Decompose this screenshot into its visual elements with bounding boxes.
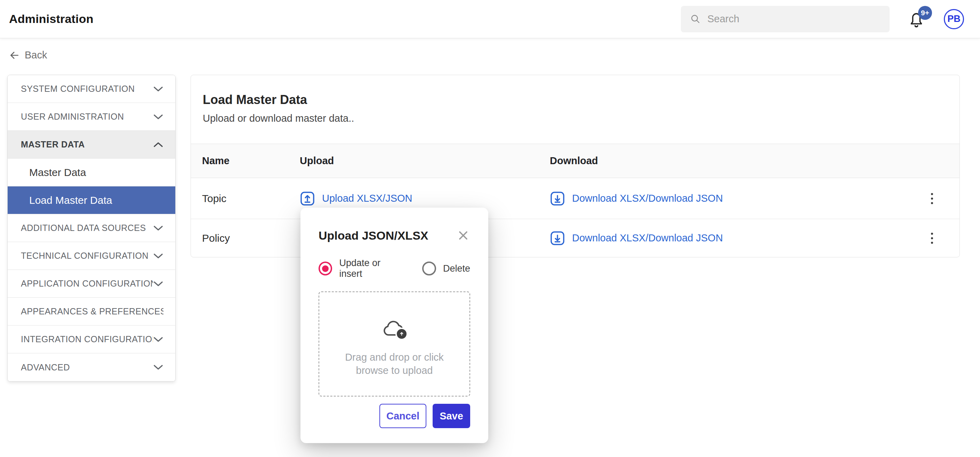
notifications-button[interactable]: 9+	[908, 10, 926, 29]
close-icon	[458, 230, 469, 241]
upload-modal: Upload JSON/XLSX Update or insert Delete	[301, 208, 488, 443]
row-menu-button[interactable]	[928, 229, 937, 247]
row-name: Topic	[202, 193, 300, 204]
download-link[interactable]: Download XLSX/Download JSON	[550, 191, 913, 206]
sidebar-item-additional-data-sources[interactable]: ADDITIONAL DATA SOURCES	[8, 214, 175, 242]
row-menu-button[interactable]	[928, 189, 937, 208]
search-input[interactable]	[707, 13, 881, 25]
administration-page: Administration 9+ PB	[0, 0, 980, 457]
column-header-name: Name	[202, 155, 300, 167]
chevron-down-icon	[153, 225, 164, 231]
chevron-down-icon	[153, 86, 164, 92]
settings-sidebar: SYSTEM CONFIGURATION USER ADMINISTRATION…	[7, 75, 176, 382]
search-icon	[690, 14, 701, 25]
app-title: Administration	[9, 12, 94, 26]
upload-link[interactable]: Upload XLSX/JSON	[300, 191, 550, 206]
sidebar-item-master-data-section[interactable]: MASTER DATA	[8, 131, 175, 159]
sidebar-item-system-configuration[interactable]: SYSTEM CONFIGURATION	[8, 75, 175, 103]
top-bar: Administration 9+ PB	[0, 0, 980, 38]
upload-mode-radio-group: Update or insert Delete	[318, 258, 470, 279]
file-dropzone[interactable]: Drag and drop or click browse to upload	[318, 291, 470, 396]
table-header: Name Upload Download	[191, 143, 959, 178]
close-button[interactable]	[456, 228, 470, 242]
card-header: Load Master Data Upload or download mast…	[191, 75, 959, 143]
page-subtitle: Upload or download master data..	[203, 113, 948, 124]
sidebar-item-technical-configuration[interactable]: TECHNICAL CONFIGURATION	[8, 242, 175, 270]
chevron-up-icon	[153, 142, 164, 148]
top-bar-actions: 9+ PB	[681, 6, 964, 32]
search-box[interactable]	[681, 6, 889, 32]
modal-header: Upload JSON/XLSX	[318, 208, 470, 242]
radio-delete[interactable]: Delete	[422, 261, 470, 275]
back-label: Back	[25, 49, 47, 61]
chevron-down-icon	[153, 336, 164, 342]
modal-title: Upload JSON/XLSX	[318, 229, 428, 242]
cloud-upload-icon	[382, 320, 407, 339]
column-header-download: Download	[550, 155, 913, 167]
chevron-down-icon	[153, 114, 164, 120]
notification-badge: 9+	[918, 6, 932, 20]
dropzone-hint: Drag and drop or click browse to upload	[328, 350, 460, 377]
sidebar-item-appearances-preferences[interactable]: APPEARANCES & PREFERENCES	[8, 298, 175, 326]
radio-update-or-insert[interactable]: Update or insert	[318, 258, 405, 279]
save-button[interactable]: Save	[433, 404, 470, 428]
modal-actions: Cancel Save	[318, 404, 470, 428]
back-link[interactable]: Back	[9, 49, 47, 61]
upload-icon	[300, 191, 315, 206]
radio-unselected-icon	[422, 261, 436, 275]
download-icon	[550, 231, 565, 246]
radio-selected-icon	[318, 261, 332, 275]
page-title: Load Master Data	[203, 92, 948, 107]
download-icon	[550, 191, 565, 206]
sidebar-item-advanced[interactable]: ADVANCED	[8, 353, 175, 381]
upload-arrow-badge	[395, 328, 408, 340]
back-arrow-icon	[9, 50, 20, 61]
sidebar-item-master-data[interactable]: Master Data	[8, 159, 175, 186]
sidebar-item-load-master-data[interactable]: Load Master Data	[8, 186, 175, 214]
chevron-down-icon	[153, 281, 164, 287]
sidebar-item-integration-configuration[interactable]: INTEGRATION CONFIGURATION	[8, 326, 175, 353]
cancel-button[interactable]: Cancel	[379, 404, 426, 428]
sidebar-item-user-administration[interactable]: USER ADMINISTRATION	[8, 103, 175, 131]
chevron-down-icon	[153, 364, 164, 370]
download-link[interactable]: Download XLSX/Download JSON	[550, 231, 913, 246]
column-header-upload: Upload	[300, 155, 550, 167]
avatar[interactable]: PB	[944, 9, 964, 29]
sidebar-item-application-configuration[interactable]: APPLICATION CONFIGURATION	[8, 270, 175, 298]
row-name: Policy	[202, 232, 300, 244]
chevron-down-icon	[153, 253, 164, 259]
